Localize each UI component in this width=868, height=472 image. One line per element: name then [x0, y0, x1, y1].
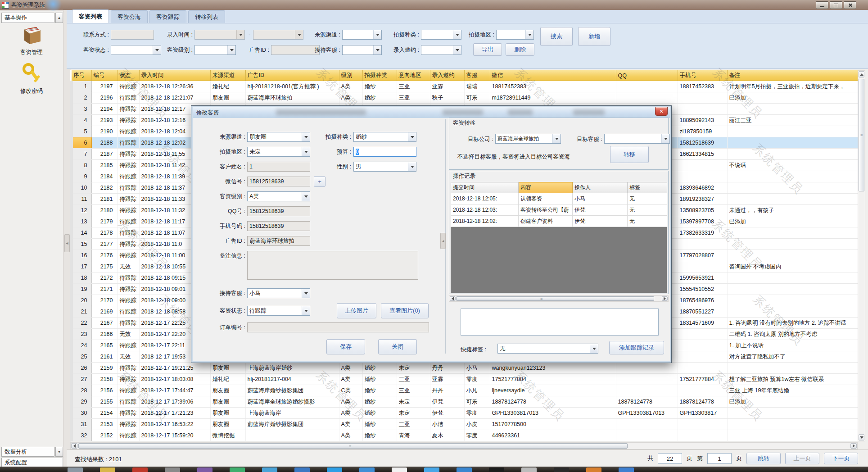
column-header[interactable]: 来源渠道 — [210, 70, 245, 81]
follow-note-textarea[interactable] — [461, 309, 659, 336]
column-header[interactable]: 录入时间 — [139, 70, 210, 81]
taskbar-app-icon[interactable] — [68, 467, 83, 472]
table-row[interactable]: 282156待跟踪2018-12-17 17:44:47朋友圈蔚蓝海岸婚纱摄影集… — [72, 385, 859, 396]
vertical-scrollbar[interactable]: ≡ — [858, 70, 865, 441]
m-reception-select[interactable]: 小马 — [247, 288, 310, 298]
upload-image-button[interactable]: 上传图片 — [337, 303, 376, 318]
tab-1[interactable]: 客资公海 — [111, 10, 148, 23]
column-header[interactable]: 备注 — [727, 70, 859, 81]
column-header[interactable]: 拍摄种类 — [362, 70, 397, 81]
taskbar-app-icon[interactable] — [554, 467, 569, 472]
horizontal-scrollbar[interactable]: ≡ — [70, 442, 858, 449]
panel-collapse-icon[interactable]: ◄ — [440, 233, 446, 249]
m-status-select[interactable]: 待跟踪 — [247, 306, 310, 316]
minimize-button[interactable] — [816, 1, 828, 9]
add-wechat-button[interactable]: + — [314, 176, 326, 187]
ops-column-header[interactable]: 操作人 — [573, 182, 628, 193]
m-qq-input[interactable]: 15812518639 — [247, 206, 310, 216]
column-header[interactable]: 意向地区 — [397, 70, 430, 81]
ops-row[interactable]: 2018-12-18 12:03:客资转移至公司【蔚伊梵无 — [451, 204, 667, 216]
taskbar-app-icon[interactable] — [619, 467, 634, 472]
taskbar-app-icon[interactable] — [132, 467, 148, 472]
tab-3[interactable]: 转移列表 — [188, 10, 225, 23]
sidebar-item-customer-mgmt[interactable]: 客资管理 — [0, 23, 63, 56]
target-cs-select[interactable] — [604, 134, 670, 144]
sidebar-section-system-config[interactable]: 系统配置 — [1, 458, 63, 467]
sidebar-splitter[interactable]: ◄ — [63, 10, 71, 467]
prev-page-button[interactable]: 上一页 — [785, 453, 819, 464]
taskbar-app-icon[interactable] — [165, 467, 180, 472]
add-record-button[interactable]: 添加跟踪记录 — [609, 341, 664, 354]
column-header[interactable]: 微信 — [490, 70, 616, 81]
ops-column-header[interactable]: 内容 — [519, 182, 573, 193]
jump-button[interactable]: 跳转 — [746, 453, 781, 464]
m-ad-input[interactable]: 蔚蓝海岸环球旅拍 — [247, 236, 310, 246]
taskbar-app-icon[interactable] — [359, 467, 375, 472]
add-button[interactable]: 新增 — [578, 27, 610, 46]
delete-button[interactable]: 删除 — [506, 43, 534, 56]
m-order-input[interactable] — [247, 322, 429, 332]
table-row[interactable]: 262159待跟踪2018-12-17 19:21:25朋友圈上海蔚蓝海岸婚纱A… — [72, 363, 859, 374]
source-select[interactable] — [342, 30, 382, 40]
quick-tag-select[interactable]: 无 — [497, 344, 598, 354]
taskbar-app-icon[interactable] — [392, 467, 407, 472]
maximize-button[interactable] — [830, 1, 842, 9]
close-dialog-button[interactable]: 关闭 — [378, 339, 417, 354]
m-wechat-input[interactable]: 15812518639 — [247, 177, 310, 186]
windows-taskbar[interactable] — [0, 467, 868, 472]
m-budget-input[interactable]: 0 — [353, 147, 416, 157]
table-row[interactable]: 22196待跟踪2018-12-18 12:21:07朋友圈蔚蓝海岸环球旅拍A类… — [72, 92, 859, 104]
entry-time-to-select[interactable] — [253, 30, 303, 40]
column-header[interactable]: QQ — [616, 70, 678, 81]
column-header[interactable]: 录入邀约 — [430, 70, 464, 81]
search-button[interactable]: 搜索 — [540, 27, 573, 46]
column-header[interactable]: 状态 — [118, 70, 139, 81]
next-page-button[interactable]: 下一页 — [824, 453, 858, 464]
m-shoot-type-select[interactable]: 婚纱 — [353, 132, 416, 142]
horizontal-scroll-thumb[interactable]: ≡ — [78, 443, 628, 449]
target-company-select[interactable]: 蔚蓝海岸全球旅拍 — [495, 134, 561, 144]
transfer-button[interactable]: 转移 — [610, 146, 649, 163]
level-select[interactable] — [194, 45, 236, 55]
inviter-select[interactable] — [421, 45, 461, 55]
sidebar-item-change-password[interactable]: 修改密码 — [0, 62, 63, 95]
column-header[interactable]: 编号 — [91, 70, 118, 81]
sidebar-section-data-analysis[interactable]: 数据分析 — [1, 447, 54, 457]
taskbar-app-icon[interactable] — [489, 467, 504, 472]
view-images-button[interactable]: 查看图片(0) — [381, 303, 429, 318]
taskbar-app-icon[interactable] — [197, 467, 212, 472]
operations-scrollbar[interactable]: ≡ — [449, 295, 669, 302]
tab-0[interactable]: 客资列表 — [72, 9, 109, 23]
taskbar-app-icon[interactable] — [294, 467, 310, 472]
operations-scroll-thumb[interactable]: ≡ — [456, 296, 654, 301]
sidebar-header[interactable]: 基本操作 — [1, 13, 54, 23]
ops-row[interactable]: 2018-12-18 12:05:认领客资小马无 — [451, 193, 667, 204]
table-row[interactable]: 12197待跟踪2018-12-18 12:26:36婚礼纪hlj-201812… — [72, 81, 859, 92]
table-row[interactable]: 302154待跟踪2018-12-17 17:21:23朋友圈上海蔚蓝海岸A类婚… — [72, 408, 859, 419]
table-row[interactable]: 272158待跟踪2018-12-17 18:03:08婚礼纪hlj-20181… — [72, 374, 859, 385]
taskbar-app-icon[interactable] — [457, 467, 472, 472]
taskbar-app-icon[interactable] — [230, 467, 245, 472]
column-header[interactable]: 序号 — [72, 70, 91, 81]
close-button[interactable] — [844, 1, 856, 9]
dialog-titlebar[interactable]: 修改客资 — [193, 107, 670, 118]
table-row[interactable]: 322152待跟踪2018-12-17 15:59:20微博挖掘A类婚纱青海夏木… — [72, 430, 859, 441]
taskbar-app-icon[interactable] — [424, 467, 439, 472]
sidebar-collapse-button[interactable]: ▲ — [55, 13, 63, 23]
ops-column-header[interactable]: 提交时间 — [451, 182, 519, 193]
taskbar-app-icon[interactable] — [262, 467, 277, 472]
entry-time-from-select[interactable] — [194, 30, 245, 40]
window-titlebar[interactable]: 客资管理系统 — [0, 0, 868, 10]
m-phone-input[interactable]: 15812518639 — [247, 221, 310, 231]
column-header[interactable]: 级别 — [339, 70, 362, 81]
current-page-input[interactable]: 1 — [707, 453, 732, 464]
ops-row[interactable]: 2018-12-18 12:02:创建客户资料伊梵无 — [451, 216, 667, 227]
splitter-collapse-icon[interactable]: ◄ — [64, 234, 70, 252]
vertical-scroll-thumb[interactable]: ≡ — [859, 79, 864, 191]
shoot-area-select[interactable] — [496, 30, 534, 40]
table-row[interactable]: 292155待跟踪2018-12-17 17:39:06朋友圈蔚蓝海岸全球旅游婚… — [72, 396, 859, 408]
table-row[interactable]: 312153待跟踪2018-12-17 16:53:22朋友圈蔚蓝海岸婚纱摄影集… — [72, 419, 859, 430]
m-level-select[interactable]: A类 — [247, 191, 310, 201]
contact-input[interactable] — [111, 30, 154, 40]
taskbar-app-icon[interactable] — [100, 467, 115, 472]
